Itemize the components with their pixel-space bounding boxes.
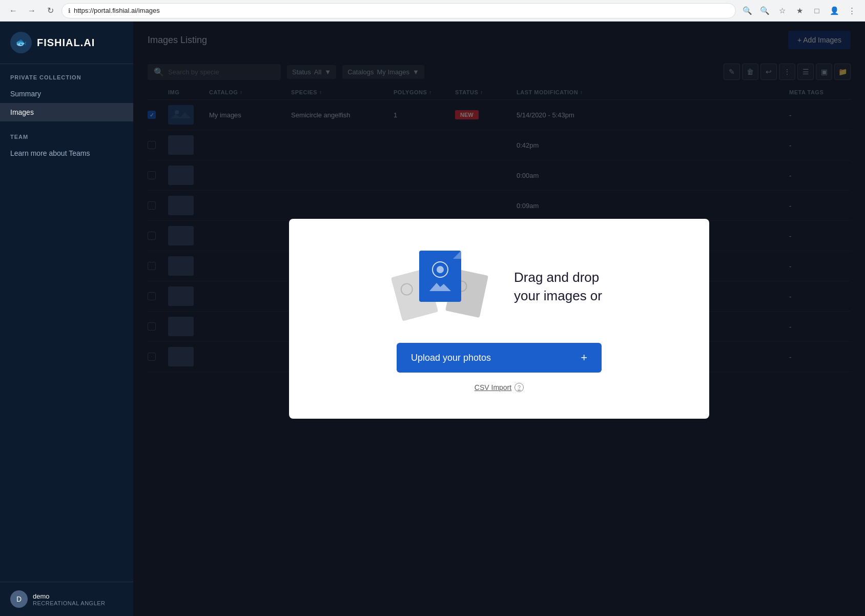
screenshot-icon[interactable]: □ (810, 4, 824, 18)
drop-zone-illustration (396, 251, 488, 322)
sidebar-item-label-summary: Summary (10, 90, 41, 98)
upload-photos-button[interactable]: Upload your photos + (397, 343, 602, 373)
sidebar-team-label: TEAM (0, 121, 133, 144)
sidebar-footer: D demo RECREATIONAL ANGLER (0, 582, 133, 616)
sidebar: 🐟 FISHIAL.AI PRIVATE COLLECTION Summary … (0, 22, 133, 616)
profile-icon[interactable]: 👤 (827, 4, 841, 18)
menu-icon[interactable]: ⋮ (845, 4, 859, 18)
sidebar-item-label-images: Images (10, 108, 34, 116)
img-circle-icon (432, 261, 448, 278)
upload-btn-label: Upload your photos (411, 353, 491, 363)
address-bar[interactable]: ℹ https://portal.fishial.ai/images (61, 3, 736, 18)
forward-button[interactable]: → (25, 4, 39, 18)
sidebar-item-summary[interactable]: Summary (0, 85, 133, 103)
modal-content: Drag and dropyour images or (310, 251, 689, 322)
img-front (419, 251, 461, 302)
star-icon[interactable]: ☆ (775, 4, 789, 18)
avatar: D (10, 590, 28, 608)
bookmark-icon[interactable]: ★ (792, 4, 807, 18)
help-icon: ? (514, 383, 524, 392)
avatar-letter: D (16, 595, 22, 603)
sidebar-item-label-teams: Learn more about Teams (10, 149, 90, 157)
user-info: demo RECREATIONAL ANGLER (33, 592, 106, 606)
logo-icon: 🐟 (10, 32, 32, 53)
browser-chrome: ← → ↻ ℹ https://portal.fishial.ai/images… (0, 0, 865, 22)
csv-import-link[interactable]: CSV Import ? (475, 383, 524, 392)
main-content: Images Listing + Add Images 🔍 Status All… (133, 22, 865, 616)
back-button[interactable]: ← (6, 4, 20, 18)
user-role: RECREATIONAL ANGLER (33, 600, 106, 606)
sidebar-item-learn-teams[interactable]: Learn more about Teams (0, 144, 133, 162)
reload-button[interactable]: ↻ (43, 4, 57, 18)
logo-text: FISHIAL.AI (37, 37, 95, 49)
sidebar-private-collection-label: PRIVATE COLLECTION (0, 64, 133, 85)
modal-overlay[interactable]: Drag and dropyour images or Upload your … (133, 22, 865, 616)
upload-btn-plus-icon: + (581, 351, 587, 364)
modal-bottom: Upload your photos + CSV Import ? (310, 343, 689, 392)
zoom-icon[interactable]: 🔍 (757, 4, 772, 18)
browser-actions: 🔍 🔍 ☆ ★ □ 👤 ⋮ (740, 4, 859, 18)
csv-import-label: CSV Import (475, 383, 511, 392)
search-icon[interactable]: 🔍 (740, 4, 754, 18)
upload-modal: Drag and dropyour images or Upload your … (289, 219, 709, 419)
sidebar-item-images[interactable]: Images (0, 103, 133, 121)
sidebar-logo[interactable]: 🐟 FISHIAL.AI (0, 22, 133, 64)
user-name: demo (33, 592, 106, 600)
security-icon: ℹ (68, 7, 71, 14)
app-container: 🐟 FISHIAL.AI PRIVATE COLLECTION Summary … (0, 22, 865, 616)
modal-drag-drop-text: Drag and dropyour images or (514, 268, 602, 305)
mountains-icon (429, 281, 451, 291)
url-text: https://portal.fishial.ai/images (74, 7, 160, 14)
